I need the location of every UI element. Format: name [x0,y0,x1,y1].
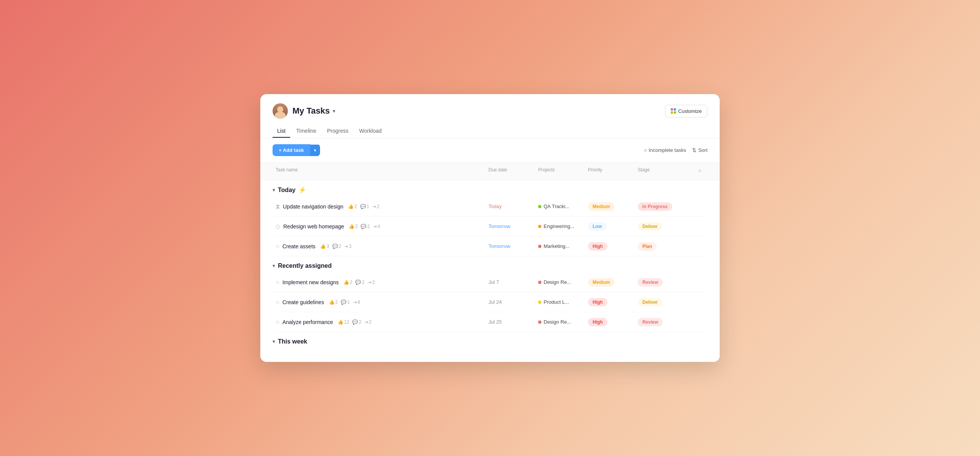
task-comments: 💬 2 [355,280,364,285]
task-priority-cell: High [585,316,635,328]
table-row[interactable]: ○ Create guidelines 👍 2 💬 1 ⇥ 8 Jul 24 [273,292,707,312]
table-row[interactable]: ⧗ Update navigation design 👍 2 💬 1 ⇥ 2 T… [273,197,707,217]
circle-check-icon: ○ [276,279,279,286]
project-color-dot [538,245,541,248]
task-subtasks: ⇥ 8 [353,300,360,305]
task-subtasks: ⇥ 2 [372,204,379,209]
col-due-date: Due date [485,166,535,177]
project-name-text: Engineering... [544,223,574,229]
comment-icon: 💬 [341,300,346,305]
task-meta: 👍 2 💬 1 ⇥ 2 [348,204,379,209]
task-comments: 💬 2 [361,224,370,229]
section-title-today: Today [278,187,296,194]
add-task-button-group: + Add task ▾ [273,144,320,156]
task-name-cell: ○ Create guidelines 👍 2 💬 1 ⇥ 8 [273,296,485,309]
thumbs-up-icon: 👍 [329,300,335,305]
section-header-recently-assigned[interactable]: ▾ Recently assigned [273,256,707,272]
task-likes: 👍 3 [320,244,329,249]
thumbs-up-icon: 👍 [349,224,354,229]
thumbs-up-icon: 👍 [343,280,349,285]
comment-icon: 💬 [360,204,366,209]
header: My Tasks ▾ Customize List Timeline Progr… [260,94,720,138]
priority-badge: Low [588,222,606,231]
task-stage-cell: Plan [635,241,692,252]
task-project: Marketing... [535,242,585,251]
header-top: My Tasks ▾ Customize [273,103,707,119]
priority-badge: High [588,298,608,306]
stage-badge: Review [638,278,663,287]
stage-badge: Deliver [638,298,662,306]
main-window: My Tasks ▾ Customize List Timeline Progr… [260,94,720,362]
customize-label: Customize [678,108,702,114]
task-priority-cell: High [585,241,635,252]
task-due-date: Jul 25 [485,318,535,326]
task-name-text: Create guidelines [283,299,324,305]
task-subtasks: ⇥ 4 [373,224,380,229]
task-project: QA Tracki... [535,202,585,211]
section-this-week: ▾ This week [260,332,720,348]
task-priority-cell: Low [585,221,635,232]
task-likes: 👍 2 [348,204,357,209]
add-task-dropdown-button[interactable]: ▾ [310,145,320,156]
task-comments: 💬 1 [360,204,369,209]
project-name-text: Marketing... [544,243,570,249]
stage-badge: Review [638,318,663,326]
task-comments: 💬 2 [352,319,361,325]
tab-progress[interactable]: Progress [322,125,353,138]
task-due-date: Tomorrow [485,222,535,231]
comment-icon: 💬 [355,280,361,285]
tab-workload[interactable]: Workload [354,125,386,138]
task-likes: 👍 12 [338,319,349,325]
project-name-text: Design Re... [544,279,571,285]
task-subtasks: ⇥ 2 [368,280,375,285]
task-due-date: Jul 7 [485,278,535,287]
task-meta: 👍 2 💬 2 ⇥ 2 [343,280,375,285]
section-chevron-recently-assigned: ▾ [273,263,275,269]
subtask-icon: ⇥ [344,244,348,249]
task-likes: 👍 2 [329,300,338,305]
table-row[interactable]: ◇ Redesign web homepage 👍 2 💬 2 ⇥ 4 Tomo… [273,217,707,236]
table-header: Task name Due date Projects Priority Sta… [260,162,720,180]
task-name-text: Redesign web homepage [283,223,344,230]
add-column-button[interactable]: + [692,166,707,177]
task-due-date: Today [485,202,535,211]
task-priority-cell: Medium [585,277,635,288]
task-name-text: Update navigation design [283,204,343,210]
tab-timeline[interactable]: Timeline [292,125,321,138]
subtask-icon: ⇥ [368,280,371,285]
task-project: Design Re... [535,318,585,326]
project-color-dot [538,225,541,228]
lightning-icon: ⚡ [299,186,306,194]
task-name-cell: ○ Analyze performance 👍 12 💬 2 ⇥ 2 [273,316,485,329]
add-task-main-button[interactable]: + Add task [273,144,310,156]
customize-button[interactable]: Customize [665,105,707,117]
comment-icon: 💬 [361,224,366,229]
section-chevron-this-week: ▾ [273,339,275,344]
thumbs-up-icon: 👍 [320,244,326,249]
chevron-down-icon[interactable]: ▾ [333,108,335,114]
incomplete-tasks-filter[interactable]: ○ Incomplete tasks [644,147,686,153]
page-title: My Tasks [292,106,330,116]
task-project: Engineering... [535,222,585,231]
section-title-this-week: This week [278,338,307,345]
task-stage-cell: Deliver [635,221,692,232]
table-row[interactable]: ○ Implement new designs 👍 2 💬 2 ⇥ 2 Jul … [273,272,707,292]
task-due-date: Tomorrow [485,242,535,251]
task-subtasks: ⇥ 2 [364,319,372,325]
task-name-text: Implement new designs [283,279,339,285]
subtask-icon: ⇥ [372,204,376,209]
sort-button[interactable]: ⇅ Sort [692,147,707,153]
col-stage: Stage [635,166,692,177]
section-header-today[interactable]: ▾ Today ⚡ [273,180,707,197]
subtask-icon: ⇥ [353,300,357,305]
table-row[interactable]: ○ Create assets 👍 3 💬 2 ⇥ 3 Tomorrow [273,236,707,256]
task-stage-cell: Review [635,277,692,288]
task-comments: 💬 1 [341,300,350,305]
tab-list[interactable]: List [273,125,290,138]
table-row[interactable]: ○ Analyze performance 👍 12 💬 2 ⇥ 2 Jul 2… [273,312,707,332]
project-color-dot [538,205,541,208]
hourglass-icon: ⧗ [276,203,280,210]
section-header-this-week[interactable]: ▾ This week [273,332,707,348]
sort-label: Sort [698,147,707,153]
project-name-text: Product L... [544,299,569,305]
